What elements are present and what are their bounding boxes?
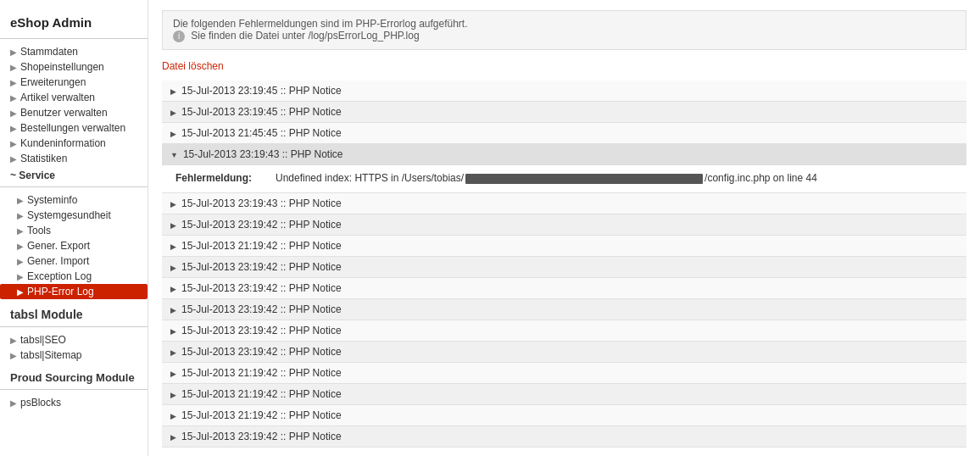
sidebar-item-label: Systeminfo — [27, 194, 77, 206]
log-expand-arrow — [170, 431, 181, 442]
log-entry-header[interactable]: 15-Jul-2013 21:19:42 :: PHP Notice — [162, 363, 966, 383]
log-entry-text: 15-Jul-2013 21:19:42 :: PHP Notice — [181, 409, 342, 421]
sidebar-item-psblocks[interactable]: ▶ psBlocks — [0, 395, 148, 410]
log-expand-arrow — [170, 148, 183, 160]
sidebar-item-php-error-log[interactable]: ▶ PHP-Error Log — [0, 284, 148, 299]
log-entry-header[interactable]: 15-Jul-2013 23:19:42 :: PHP Notice — [162, 278, 966, 298]
sidebar-item-erweiterungen[interactable]: ▶ Erweiterungen — [0, 75, 148, 90]
delete-link[interactable]: Datei löschen — [162, 60, 224, 72]
sidebar-item-artikel-verwalten[interactable]: ▶ Artikel verwalten — [0, 90, 148, 105]
sidebar-item-label: Statistiken — [20, 153, 67, 164]
log-entry: 15-Jul-2013 23:19:42 :: PHP Notice — [162, 278, 966, 299]
log-expand-arrow — [170, 219, 181, 231]
log-entry-header[interactable]: 15-Jul-2013 23:19:43 :: PHP Notice — [162, 193, 966, 214]
log-entry-header[interactable]: 15-Jul-2013 23:19:42 :: PHP Notice — [162, 299, 966, 320]
arrow-icon: ▶ — [17, 196, 24, 205]
log-entry-text: 15-Jul-2013 23:19:42 :: PHP Notice — [181, 431, 342, 442]
log-entry: 15-Jul-2013 23:19:42 :: PHP Notice — [162, 342, 966, 363]
log-entry-text: 15-Jul-2013 21:45:45 :: PHP Notice — [181, 127, 342, 139]
sidebar-item-tabsl-sitemap[interactable]: ▶ tabsl|Sitemap — [0, 348, 148, 363]
info-line2: i Sie finden die Datei unter /log/psErro… — [173, 30, 955, 42]
log-entry-header[interactable]: 15-Jul-2013 23:19:42 :: PHP Notice — [162, 426, 966, 447]
info-line1: Die folgenden Fehlermeldungen sind im PH… — [173, 18, 955, 30]
log-entry-header[interactable]: 15-Jul-2013 23:19:42 :: PHP Notice — [162, 214, 966, 235]
log-expand-arrow — [170, 106, 181, 118]
log-expand-arrow — [170, 197, 181, 209]
sidebar-item-label: Tools — [27, 225, 51, 236]
sidebar-item-systemgesundheit[interactable]: ▶ Systemgesundheit — [0, 208, 148, 223]
log-entry-header[interactable]: 15-Jul-2013 23:19:45 :: PHP Notice — [162, 102, 966, 122]
log-entry-text: 15-Jul-2013 23:19:42 :: PHP Notice — [181, 219, 342, 231]
log-entry-header[interactable]: 15-Jul-2013 23:19:42 :: PHP Notice — [162, 342, 966, 362]
main-content: Die folgenden Fehlermeldungen sind im PH… — [148, 0, 980, 456]
log-entry: 15-Jul-2013 21:45:45 :: PHP Notice — [162, 123, 966, 144]
arrow-icon: ▶ — [10, 63, 17, 72]
log-entry-text: 15-Jul-2013 23:19:43 :: PHP Notice — [181, 197, 342, 209]
log-expand-arrow — [170, 261, 181, 273]
sidebar-item-gener-export[interactable]: ▶ Gener. Export — [0, 238, 148, 253]
log-entry-text: 15-Jul-2013 21:19:42 :: PHP Notice — [181, 240, 342, 252]
log-entry-header[interactable]: 15-Jul-2013 23:19:42 :: PHP Notice — [162, 320, 966, 341]
arrow-icon: ▶ — [10, 154, 17, 164]
sidebar-item-label: Stammdaten — [20, 46, 78, 58]
log-expand-arrow — [170, 127, 181, 139]
sidebar: eShop Admin ▶ Stammdaten▶ Shopeinstellun… — [0, 0, 148, 456]
sidebar-item-bestellungen-verwalten[interactable]: ▶ Bestellungen verwalten — [0, 120, 148, 136]
arrow-icon: ▶ — [17, 226, 24, 236]
sidebar-item-statistiken[interactable]: ▶ Statistiken — [0, 151, 148, 166]
sidebar-item-label: Erweiterungen — [20, 76, 86, 88]
log-entry-text: 15-Jul-2013 23:19:42 :: PHP Notice — [181, 325, 342, 336]
log-expand-arrow — [170, 325, 181, 336]
log-entry-text: 15-Jul-2013 23:19:42 :: PHP Notice — [181, 303, 342, 315]
arrow-icon: ▶ — [10, 351, 17, 360]
sidebar-section-label-2: tabsl Module — [0, 299, 148, 323]
log-entry-text: 15-Jul-2013 21:19:42 :: PHP Notice — [181, 367, 342, 379]
log-entry-text: 15-Jul-2013 23:19:45 :: PHP Notice — [181, 85, 342, 97]
sidebar-item-gener-import[interactable]: ▶ Gener. Import — [0, 253, 148, 269]
log-list: 15-Jul-2013 23:19:45 :: PHP Notice15-Jul… — [162, 81, 966, 448]
log-entry: 15-Jul-2013 23:19:42 :: PHP Notice — [162, 257, 966, 278]
arrow-icon: ▶ — [10, 47, 17, 57]
log-entry-header[interactable]: 15-Jul-2013 21:19:42 :: PHP Notice — [162, 384, 966, 404]
log-detail-row: Fehlermeldung:Undefined index: HTTPS in … — [175, 172, 953, 184]
sidebar-item-tools[interactable]: ▶ Tools — [0, 223, 148, 238]
log-detail-label: Fehlermeldung: — [175, 172, 269, 184]
log-entry: 15-Jul-2013 21:19:42 :: PHP Notice — [162, 405, 966, 426]
log-entry: 15-Jul-2013 23:19:45 :: PHP Notice — [162, 102, 966, 123]
sidebar-item-tabsl-seo[interactable]: ▶ tabsl|SEO — [0, 332, 148, 348]
log-expand-arrow — [170, 409, 181, 421]
sidebar-item-exception-log[interactable]: ▶ Exception Log — [0, 269, 148, 284]
arrow-icon: ▶ — [17, 257, 24, 266]
log-entry: 15-Jul-2013 23:19:42 :: PHP Notice — [162, 320, 966, 342]
log-entry: 15-Jul-2013 23:19:43 :: PHP NoticeFehler… — [162, 144, 966, 193]
log-entry: 15-Jul-2013 21:19:42 :: PHP Notice — [162, 384, 966, 405]
arrow-icon: ▶ — [10, 124, 17, 133]
log-entry-header[interactable]: 15-Jul-2013 23:19:43 :: PHP Notice — [162, 144, 966, 164]
log-entry: 15-Jul-2013 21:19:42 :: PHP Notice — [162, 363, 966, 384]
log-entry-text: 15-Jul-2013 21:19:42 :: PHP Notice — [181, 388, 342, 400]
sidebar-item-label: Kundeninformation — [20, 137, 106, 149]
log-entry-header[interactable]: 15-Jul-2013 21:19:42 :: PHP Notice — [162, 236, 966, 256]
arrow-icon: ▶ — [17, 242, 24, 251]
log-expand-arrow — [170, 388, 181, 400]
sidebar-item-kundeninformation[interactable]: ▶ Kundeninformation — [0, 136, 148, 151]
log-entry-header[interactable]: 15-Jul-2013 23:19:42 :: PHP Notice — [162, 257, 966, 277]
sidebar-item-systeminfo[interactable]: ▶ Systeminfo — [0, 192, 148, 208]
log-entry-header[interactable]: 15-Jul-2013 21:19:42 :: PHP Notice — [162, 405, 966, 425]
sidebar-item-shopeinstellungen[interactable]: ▶ Shopeinstellungen — [0, 59, 148, 75]
sidebar-item-label: tabsl|Sitemap — [20, 349, 82, 361]
sidebar-item-label: Artikel verwalten — [20, 92, 95, 103]
sidebar-section-label-1: ~ Service — [0, 166, 148, 183]
log-entry-header[interactable]: 15-Jul-2013 21:45:45 :: PHP Notice — [162, 123, 966, 143]
log-entry: 15-Jul-2013 23:19:42 :: PHP Notice — [162, 299, 966, 320]
sidebar-item-benutzer-verwalten[interactable]: ▶ Benutzer verwalten — [0, 105, 148, 120]
sidebar-item-stammdaten[interactable]: ▶ Stammdaten — [0, 44, 148, 59]
log-expand-arrow — [170, 303, 181, 315]
sidebar-title: eShop Admin — [0, 8, 148, 35]
log-entry-text: 15-Jul-2013 23:19:42 :: PHP Notice — [181, 282, 342, 294]
log-entry: 15-Jul-2013 21:19:42 :: PHP Notice — [162, 236, 966, 257]
log-entry-text: 15-Jul-2013 23:19:42 :: PHP Notice — [181, 261, 342, 273]
info-box: Die folgenden Fehlermeldungen sind im PH… — [162, 10, 966, 50]
log-entry-header[interactable]: 15-Jul-2013 23:19:45 :: PHP Notice — [162, 81, 966, 101]
sidebar-item-label: Systemgesundheit — [27, 209, 111, 221]
